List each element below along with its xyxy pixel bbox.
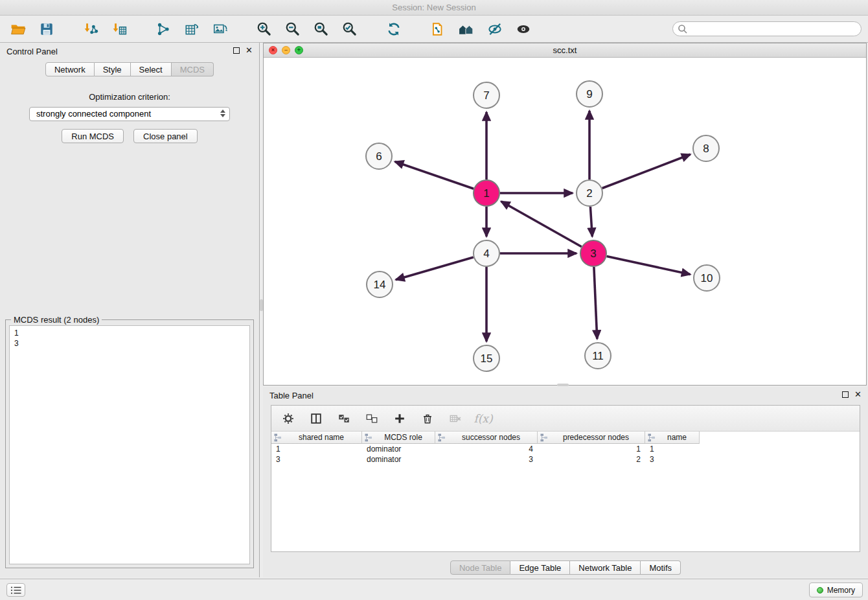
table-tab-motifs[interactable]: Motifs bbox=[641, 560, 681, 575]
eye-icon bbox=[516, 21, 531, 37]
table-cell[interactable]: dominator bbox=[362, 444, 435, 454]
control-tab-style[interactable]: Style bbox=[95, 62, 131, 76]
column-header-mcds-role[interactable]: MCDS role bbox=[362, 432, 435, 444]
graph-node-15[interactable]: 15 bbox=[474, 345, 499, 371]
float-table-panel-icon[interactable] bbox=[842, 391, 849, 398]
clone-network-button[interactable] bbox=[426, 18, 450, 40]
table-cell[interactable]: 2 bbox=[538, 454, 645, 465]
network-canvas[interactable]: 7968124314101511 bbox=[264, 58, 866, 385]
graph-edge-2-3[interactable] bbox=[590, 207, 592, 237]
import-table-button[interactable] bbox=[108, 18, 131, 40]
graph-edge-3-10[interactable] bbox=[607, 257, 691, 275]
close-window-icon[interactable]: × bbox=[269, 46, 277, 54]
refresh-layout-button[interactable] bbox=[382, 18, 405, 40]
deselect-all-button[interactable] bbox=[363, 410, 381, 428]
graph-node-7[interactable]: 7 bbox=[474, 82, 499, 108]
control-tab-mcds[interactable]: MCDS bbox=[172, 62, 214, 76]
control-panel-tabs: NetworkStyleSelectMCDS bbox=[0, 62, 259, 76]
column-header-successor-nodes[interactable]: successor nodes bbox=[435, 432, 538, 444]
search-input[interactable] bbox=[672, 21, 862, 36]
close-panel-button[interactable]: Close panel bbox=[133, 129, 198, 143]
table-cell[interactable]: 1 bbox=[645, 444, 700, 454]
table-tab-network-table[interactable]: Network Table bbox=[570, 560, 641, 575]
memory-button[interactable]: Memory bbox=[809, 583, 863, 597]
table-cell[interactable]: 3 bbox=[435, 454, 538, 465]
zoom-in-button[interactable] bbox=[253, 18, 276, 40]
column-header-predecessor-nodes[interactable]: predecessor nodes bbox=[538, 432, 645, 444]
table-cell[interactable]: 4 bbox=[435, 444, 538, 454]
minimize-window-icon[interactable]: – bbox=[282, 46, 290, 54]
column-header-shared-name[interactable]: shared name bbox=[271, 432, 362, 444]
network-window-titlebar[interactable]: × – + scc.txt bbox=[264, 43, 866, 58]
maximize-window-icon[interactable]: + bbox=[295, 46, 303, 54]
columns-button[interactable] bbox=[307, 410, 325, 428]
horizontal-splitter-handle[interactable] bbox=[557, 384, 569, 386]
graph-node-10[interactable]: 10 bbox=[694, 265, 720, 291]
refresh-icon bbox=[386, 21, 402, 37]
function-builder-button[interactable]: f(x) bbox=[474, 410, 492, 428]
zoom-selected-button[interactable] bbox=[338, 18, 361, 40]
vertical-splitter-handle[interactable] bbox=[260, 299, 263, 311]
graph-node-14[interactable]: 14 bbox=[367, 271, 393, 297]
mcds-result-text[interactable]: 1 3 bbox=[9, 325, 250, 564]
table-cell[interactable]: dominator bbox=[362, 454, 435, 465]
close-panel-icon[interactable]: ✕ bbox=[246, 47, 253, 54]
image-export-icon bbox=[212, 21, 228, 37]
new-table-button[interactable] bbox=[180, 18, 203, 40]
import-table-icon bbox=[111, 21, 127, 37]
column-header-name[interactable]: name bbox=[645, 432, 700, 444]
float-window-icon[interactable] bbox=[233, 47, 240, 54]
add-row-button[interactable] bbox=[391, 410, 409, 428]
graph-edge-2-8[interactable] bbox=[602, 154, 691, 188]
column-type-icon bbox=[540, 433, 548, 442]
graph-node-9[interactable]: 9 bbox=[577, 81, 602, 107]
open-session-button[interactable] bbox=[6, 18, 30, 40]
task-history-button[interactable] bbox=[6, 583, 25, 597]
show-hide-panel-button[interactable] bbox=[512, 18, 535, 40]
table-tab-node-table[interactable]: Node Table bbox=[450, 560, 511, 575]
table-cell[interactable]: 3 bbox=[271, 454, 362, 465]
graph-edge-3-11[interactable] bbox=[594, 267, 597, 339]
graph-node-2[interactable]: 2 bbox=[577, 180, 602, 206]
delete-table-button[interactable] bbox=[446, 410, 464, 428]
table-cell[interactable]: 3 bbox=[645, 454, 700, 465]
svg-text:11: 11 bbox=[592, 350, 604, 362]
table-row[interactable]: 1dominator411 bbox=[271, 444, 860, 454]
graph-node-3[interactable]: 3 bbox=[580, 240, 606, 266]
run-mcds-button[interactable]: Run MCDS bbox=[62, 129, 124, 143]
zoom-out-button[interactable] bbox=[281, 18, 304, 40]
graph-node-4[interactable]: 4 bbox=[474, 240, 499, 266]
export-image-button[interactable] bbox=[209, 18, 232, 40]
window-titlebar: Session: New Session bbox=[0, 0, 868, 16]
control-tab-select[interactable]: Select bbox=[131, 62, 172, 76]
settings-button[interactable] bbox=[279, 410, 297, 428]
delete-row-button[interactable] bbox=[418, 410, 437, 428]
graph-node-1[interactable]: 1 bbox=[474, 180, 499, 206]
table-export-icon bbox=[184, 21, 200, 37]
graph-node-6[interactable]: 6 bbox=[366, 143, 392, 169]
import-network-button[interactable] bbox=[79, 18, 102, 40]
graph-node-11[interactable]: 11 bbox=[585, 343, 611, 369]
optimization-criterion-dropdown[interactable]: strongly connected component bbox=[29, 107, 230, 121]
graph-edge-3-1[interactable] bbox=[501, 202, 582, 247]
toolbar-separator bbox=[367, 19, 377, 40]
table-tab-edge-table[interactable]: Edge Table bbox=[510, 560, 570, 575]
table-panel-header: Table Panel ✕ bbox=[263, 387, 868, 404]
first-neighbors-button[interactable] bbox=[455, 18, 478, 40]
graph-edge-1-6[interactable] bbox=[395, 161, 474, 189]
graph-node-8[interactable]: 8 bbox=[693, 135, 719, 161]
zoom-fit-button[interactable] bbox=[310, 18, 333, 40]
table-row[interactable]: 3dominator323 bbox=[271, 454, 860, 465]
control-tab-network[interactable]: Network bbox=[45, 62, 95, 76]
table-cell[interactable]: 1 bbox=[271, 444, 362, 454]
table-panel: Table Panel ✕ f(x) shared nameMCDS roles… bbox=[263, 387, 868, 577]
deselect-all-icon bbox=[365, 412, 378, 425]
toolbar-separator bbox=[237, 19, 247, 40]
graph-edge-4-14[interactable] bbox=[396, 257, 474, 280]
save-session-button[interactable] bbox=[35, 18, 58, 40]
select-all-button[interactable] bbox=[335, 410, 353, 428]
close-table-panel-icon[interactable]: ✕ bbox=[854, 391, 862, 398]
table-cell[interactable]: 1 bbox=[538, 444, 645, 454]
graphics-details-button[interactable] bbox=[483, 18, 507, 40]
new-network-button[interactable] bbox=[152, 18, 175, 40]
